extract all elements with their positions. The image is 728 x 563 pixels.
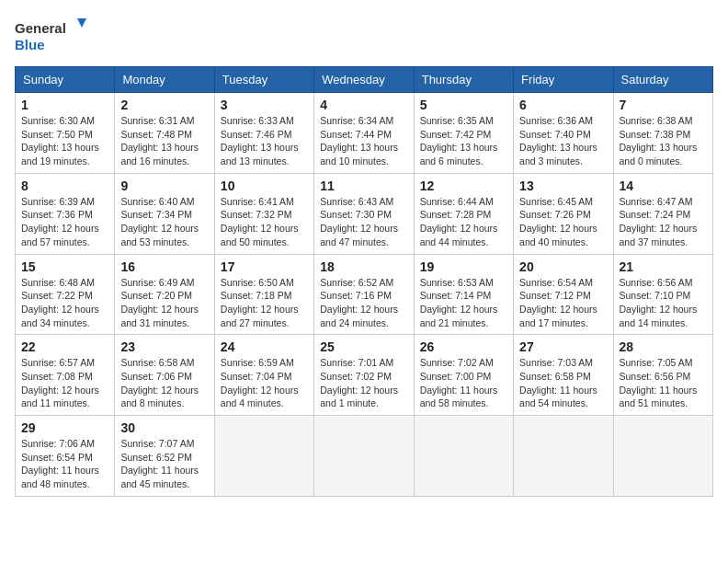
header-wednesday: Wednesday xyxy=(314,67,414,93)
day-detail: Sunrise: 6:57 AMSunset: 7:08 PMDaylight:… xyxy=(21,356,108,410)
calendar-day-10: 10Sunrise: 6:41 AMSunset: 7:32 PMDayligh… xyxy=(214,173,313,254)
calendar-day-23: 23Sunrise: 6:58 AMSunset: 7:06 PMDayligh… xyxy=(115,335,214,416)
calendar-day-6: 6Sunrise: 6:36 AMSunset: 7:40 PMDaylight… xyxy=(514,93,613,174)
day-number: 3 xyxy=(221,98,308,112)
day-detail: Sunrise: 6:38 AMSunset: 7:38 PMDaylight:… xyxy=(620,114,707,168)
day-detail: Sunrise: 7:02 AMSunset: 7:00 PMDaylight:… xyxy=(420,356,507,410)
day-detail: Sunrise: 6:48 AMSunset: 7:22 PMDaylight:… xyxy=(21,276,108,330)
calendar-day-5: 5Sunrise: 6:35 AMSunset: 7:42 PMDaylight… xyxy=(414,93,513,174)
calendar-day-27: 27Sunrise: 7:03 AMSunset: 6:58 PMDayligh… xyxy=(514,335,613,416)
day-detail: Sunrise: 6:47 AMSunset: 7:24 PMDaylight:… xyxy=(620,195,707,249)
day-detail: Sunrise: 6:58 AMSunset: 7:06 PMDaylight:… xyxy=(120,356,208,410)
day-detail: Sunrise: 6:53 AMSunset: 7:14 PMDaylight:… xyxy=(420,276,507,330)
calendar-row: 22Sunrise: 6:57 AMSunset: 7:08 PMDayligh… xyxy=(16,335,713,416)
calendar-row: 1Sunrise: 6:30 AMSunset: 7:50 PMDaylight… xyxy=(16,93,713,174)
calendar-day-11: 11Sunrise: 6:43 AMSunset: 7:30 PMDayligh… xyxy=(314,173,414,254)
day-number: 27 xyxy=(519,339,607,354)
calendar-day-9: 9Sunrise: 6:40 AMSunset: 7:34 PMDaylight… xyxy=(115,173,214,254)
calendar-day-empty xyxy=(613,416,712,497)
day-number: 14 xyxy=(620,178,707,193)
header-tuesday: Tuesday xyxy=(214,67,313,93)
day-number: 11 xyxy=(320,178,407,193)
calendar-day-1: 1Sunrise: 6:30 AMSunset: 7:50 PMDaylight… xyxy=(16,93,115,174)
day-number: 6 xyxy=(519,98,607,112)
calendar-day-17: 17Sunrise: 6:50 AMSunset: 7:18 PMDayligh… xyxy=(214,254,313,335)
day-detail: Sunrise: 6:50 AMSunset: 7:18 PMDaylight:… xyxy=(221,276,308,330)
calendar-day-4: 4Sunrise: 6:34 AMSunset: 7:44 PMDaylight… xyxy=(314,93,414,174)
calendar-day-empty xyxy=(514,416,613,497)
calendar-day-25: 25Sunrise: 7:01 AMSunset: 7:02 PMDayligh… xyxy=(314,335,414,416)
day-number: 25 xyxy=(320,339,407,354)
day-number: 13 xyxy=(519,178,607,193)
calendar-day-22: 22Sunrise: 6:57 AMSunset: 7:08 PMDayligh… xyxy=(16,335,115,416)
day-detail: Sunrise: 6:59 AMSunset: 7:04 PMDaylight:… xyxy=(221,356,308,410)
day-number: 17 xyxy=(221,259,308,274)
calendar-day-16: 16Sunrise: 6:49 AMSunset: 7:20 PMDayligh… xyxy=(115,254,214,335)
calendar-day-24: 24Sunrise: 6:59 AMSunset: 7:04 PMDayligh… xyxy=(214,335,313,416)
day-number: 5 xyxy=(420,98,507,112)
day-number: 23 xyxy=(120,339,208,354)
calendar-day-18: 18Sunrise: 6:52 AMSunset: 7:16 PMDayligh… xyxy=(314,254,414,335)
day-detail: Sunrise: 6:54 AMSunset: 7:12 PMDaylight:… xyxy=(519,276,607,330)
svg-text:General: General xyxy=(15,20,66,36)
day-detail: Sunrise: 7:07 AMSunset: 6:52 PMDaylight:… xyxy=(120,437,208,491)
day-number: 24 xyxy=(221,339,308,354)
calendar-day-21: 21Sunrise: 6:56 AMSunset: 7:10 PMDayligh… xyxy=(613,254,712,335)
header-friday: Friday xyxy=(514,67,613,93)
day-detail: Sunrise: 6:31 AMSunset: 7:48 PMDaylight:… xyxy=(120,114,208,168)
calendar-day-29: 29Sunrise: 7:06 AMSunset: 6:54 PMDayligh… xyxy=(16,416,115,497)
calendar-day-14: 14Sunrise: 6:47 AMSunset: 7:24 PMDayligh… xyxy=(613,173,712,254)
day-number: 7 xyxy=(620,98,707,112)
svg-marker-2 xyxy=(77,18,86,28)
calendar-day-empty xyxy=(414,416,513,497)
day-number: 2 xyxy=(120,98,208,112)
calendar-day-8: 8Sunrise: 6:39 AMSunset: 7:36 PMDaylight… xyxy=(16,173,115,254)
logo-svg: General Blue xyxy=(15,15,88,55)
day-number: 12 xyxy=(420,178,507,193)
calendar-day-28: 28Sunrise: 7:05 AMSunset: 6:56 PMDayligh… xyxy=(613,335,712,416)
calendar-day-13: 13Sunrise: 6:45 AMSunset: 7:26 PMDayligh… xyxy=(514,173,613,254)
day-number: 29 xyxy=(21,420,108,435)
day-number: 22 xyxy=(21,339,108,354)
calendar-day-2: 2Sunrise: 6:31 AMSunset: 7:48 PMDaylight… xyxy=(115,93,214,174)
day-number: 15 xyxy=(21,259,108,274)
calendar-row: 15Sunrise: 6:48 AMSunset: 7:22 PMDayligh… xyxy=(16,254,713,335)
calendar-row: 8Sunrise: 6:39 AMSunset: 7:36 PMDaylight… xyxy=(16,173,713,254)
logo: General Blue xyxy=(15,15,88,55)
day-number: 19 xyxy=(420,259,507,274)
calendar-header-row: SundayMondayTuesdayWednesdayThursdayFrid… xyxy=(16,67,713,93)
day-number: 26 xyxy=(420,339,507,354)
day-detail: Sunrise: 6:41 AMSunset: 7:32 PMDaylight:… xyxy=(221,195,308,249)
day-number: 16 xyxy=(120,259,208,274)
calendar-day-empty xyxy=(314,416,414,497)
day-number: 4 xyxy=(320,98,407,112)
day-detail: Sunrise: 6:56 AMSunset: 7:10 PMDaylight:… xyxy=(620,276,707,330)
day-number: 20 xyxy=(519,259,607,274)
day-detail: Sunrise: 6:44 AMSunset: 7:28 PMDaylight:… xyxy=(420,195,507,249)
day-detail: Sunrise: 7:05 AMSunset: 6:56 PMDaylight:… xyxy=(620,356,707,410)
day-detail: Sunrise: 6:49 AMSunset: 7:20 PMDaylight:… xyxy=(120,276,208,330)
svg-text:Blue: Blue xyxy=(15,37,45,52)
day-detail: Sunrise: 7:03 AMSunset: 6:58 PMDaylight:… xyxy=(519,356,607,410)
day-detail: Sunrise: 6:52 AMSunset: 7:16 PMDaylight:… xyxy=(320,276,407,330)
header-saturday: Saturday xyxy=(613,67,712,93)
calendar-day-26: 26Sunrise: 7:02 AMSunset: 7:00 PMDayligh… xyxy=(414,335,513,416)
header-sunday: Sunday xyxy=(16,67,115,93)
day-detail: Sunrise: 6:39 AMSunset: 7:36 PMDaylight:… xyxy=(21,195,108,249)
calendar-day-30: 30Sunrise: 7:07 AMSunset: 6:52 PMDayligh… xyxy=(115,416,214,497)
day-detail: Sunrise: 6:34 AMSunset: 7:44 PMDaylight:… xyxy=(320,114,407,168)
day-detail: Sunrise: 6:43 AMSunset: 7:30 PMDaylight:… xyxy=(320,195,407,249)
day-number: 10 xyxy=(221,178,308,193)
day-number: 8 xyxy=(21,178,108,193)
day-number: 18 xyxy=(320,259,407,274)
day-number: 9 xyxy=(120,178,208,193)
day-number: 28 xyxy=(620,339,707,354)
calendar-day-3: 3Sunrise: 6:33 AMSunset: 7:46 PMDaylight… xyxy=(214,93,313,174)
calendar-table: SundayMondayTuesdayWednesdayThursdayFrid… xyxy=(15,66,713,497)
page-header: General Blue xyxy=(15,15,713,55)
day-detail: Sunrise: 7:01 AMSunset: 7:02 PMDaylight:… xyxy=(320,356,407,410)
day-detail: Sunrise: 7:06 AMSunset: 6:54 PMDaylight:… xyxy=(21,437,108,491)
calendar-day-7: 7Sunrise: 6:38 AMSunset: 7:38 PMDaylight… xyxy=(613,93,712,174)
header-thursday: Thursday xyxy=(414,67,513,93)
calendar-day-19: 19Sunrise: 6:53 AMSunset: 7:14 PMDayligh… xyxy=(414,254,513,335)
